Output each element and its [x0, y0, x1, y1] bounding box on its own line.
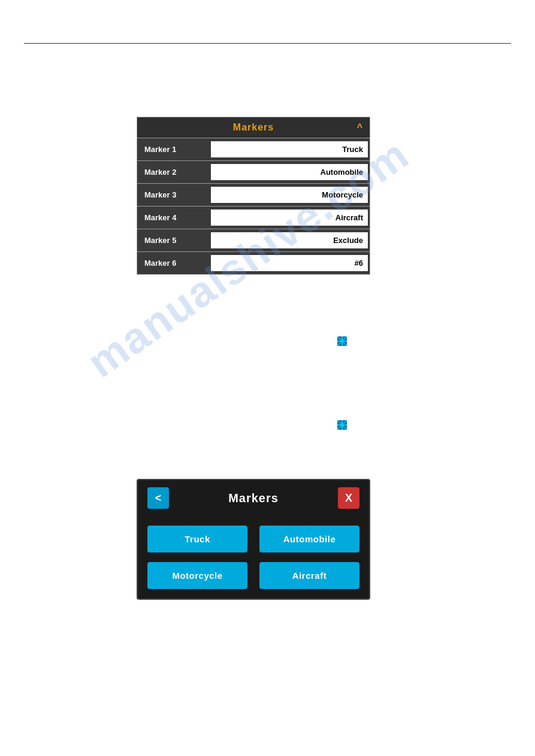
marker-1-label: Marker 1 [137, 141, 209, 157]
table-row: Marker 1 Truck [137, 138, 370, 160]
automobile-button[interactable]: Automobile [259, 526, 359, 552]
back-button[interactable]: < [147, 487, 169, 509]
close-button[interactable]: X [338, 487, 359, 509]
table-row: Marker 4 Aircraft [137, 206, 370, 229]
motorcycle-button[interactable]: Motorcycle [147, 562, 247, 589]
top-rule [24, 43, 511, 44]
marker-5-value[interactable]: Exclude [211, 232, 368, 248]
marker-2-value[interactable]: Automobile [211, 164, 368, 180]
markers-table-title: Markers [233, 122, 274, 133]
marker-5-label: Marker 5 [137, 232, 209, 248]
marker-6-value[interactable]: #6 [211, 255, 368, 271]
crosshair-icon-1 [337, 336, 347, 346]
marker-1-value[interactable]: Truck [211, 141, 368, 157]
crosshair-icon-2 [337, 420, 347, 430]
marker-3-value[interactable]: Motorcycle [211, 187, 368, 203]
marker-2-label: Marker 2 [137, 164, 209, 180]
aircraft-button[interactable]: Aircraft [259, 562, 359, 589]
dialog-header: < Markers X [138, 480, 369, 516]
markers-table-panel: Markers ^ Marker 1 Truck Marker 2 Automo… [137, 117, 370, 275]
table-row: Marker 3 Motorcycle [137, 183, 370, 206]
marker-3-label: Marker 3 [137, 187, 209, 203]
markers-table-header: Markers ^ [137, 117, 370, 138]
dialog-title: Markers [228, 491, 279, 505]
table-row: Marker 2 Automobile [137, 160, 370, 183]
dialog-body: Truck Automobile Motorcycle Aircraft [138, 516, 369, 599]
truck-button[interactable]: Truck [147, 526, 247, 552]
table-row: Marker 5 Exclude [137, 229, 370, 251]
marker-4-value[interactable]: Aircraft [211, 210, 368, 226]
table-row: Marker 6 #6 [137, 251, 370, 274]
chevron-up-icon[interactable]: ^ [357, 122, 362, 133]
markers-dialog-panel: < Markers X Truck Automobile Motorcycle … [137, 479, 370, 600]
marker-4-label: Marker 4 [137, 210, 209, 226]
marker-6-label: Marker 6 [137, 255, 209, 271]
